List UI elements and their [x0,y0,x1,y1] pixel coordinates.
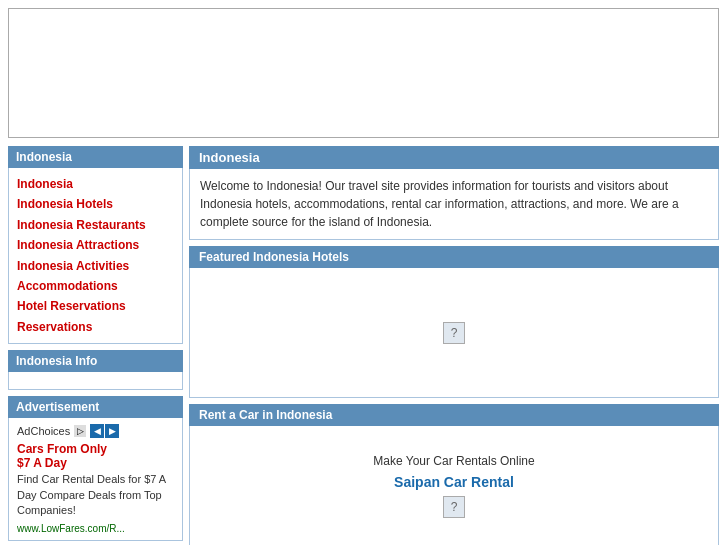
nav-arrows: ◀ ▶ [90,424,119,438]
sidebar-link-hotels[interactable]: Indonesia Hotels [17,194,174,214]
ad-title-link[interactable]: Cars From Only$7 A Day [17,442,174,470]
sidebar-info-header: Indonesia Info [8,350,183,372]
sidebar-link-indonesia[interactable]: Indonesia [17,174,174,194]
main-layout: Indonesia Indonesia Indonesia Hotels Ind… [8,146,719,545]
nav-next-icon[interactable]: ▶ [105,424,119,438]
sidebar-nav-header: Indonesia [8,146,183,168]
sidebar-link-attractions[interactable]: Indonesia Attractions [17,235,174,255]
adchoices-row: AdChoices ▷ ◀ ▶ [17,424,174,438]
rent-placeholder-char: ? [451,500,458,514]
top-banner [8,8,719,138]
sidebar-info-body [8,372,183,390]
sidebar-link-activities[interactable]: Indonesia Activities [17,256,174,276]
sidebar-ad-header: Advertisement [8,396,183,418]
adchoices-symbol-icon: ▷ [74,425,86,437]
nav-prev-icon[interactable]: ◀ [90,424,104,438]
sidebar-link-restaurants[interactable]: Indonesia Restaurants [17,215,174,235]
sidebar: Indonesia Indonesia Indonesia Hotels Ind… [8,146,183,545]
adchoices-label: AdChoices [17,425,70,437]
featured-hotels-header: Featured Indonesia Hotels [189,246,719,268]
saipan-car-rental-link[interactable]: Saipan Car Rental [394,474,514,490]
sidebar-link-reservations[interactable]: Reservations [17,317,174,337]
featured-placeholder-char: ? [451,326,458,340]
rent-car-header: Rent a Car in Indonesia [189,404,719,426]
content-header: Indonesia [189,146,719,169]
content-area: Indonesia Welcome to Indonesia! Our trav… [189,146,719,545]
rent-make-online-text: Make Your Car Rentals Online [373,454,534,468]
page-wrapper: Indonesia Indonesia Indonesia Hotels Ind… [0,8,727,545]
ad-description: Find Car Rental Deals for $7 A Day Compa… [17,472,174,518]
ad-url-link[interactable]: www.LowFares.com/R... [17,523,125,534]
rent-car-body: Make Your Car Rentals Online Saipan Car … [189,426,719,545]
featured-placeholder-icon: ? [443,322,465,344]
sidebar-ad-body: AdChoices ▷ ◀ ▶ Cars From Only$7 A Day F… [8,418,183,541]
sidebar-link-hotel-reservations[interactable]: Hotel Reservations [17,296,174,316]
sidebar-nav: Indonesia Indonesia Hotels Indonesia Res… [8,168,183,344]
featured-hotels-body: ? [189,268,719,398]
sidebar-link-accommodations[interactable]: Accommodations [17,276,174,296]
rent-placeholder-icon: ? [443,496,465,518]
content-intro: Welcome to Indonesia! Our travel site pr… [189,169,719,240]
